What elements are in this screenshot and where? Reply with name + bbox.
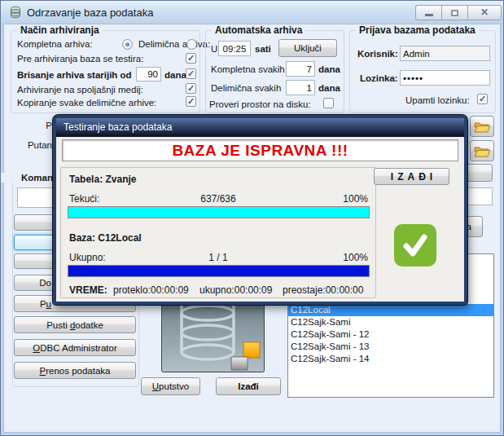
list-item-selected[interactable]: C12Local (288, 304, 493, 316)
button-prenos-podataka[interactable]: Prenos podataka (14, 362, 136, 379)
checkbox-external-media[interactable]: ✓ (186, 83, 196, 94)
radio-complete-archive[interactable] (122, 39, 133, 50)
button-do-label: Do (39, 278, 51, 288)
button-prenos-label: Prenos podataka (40, 366, 111, 376)
input-user[interactable] (400, 46, 490, 61)
progress-panel: Tabela: Zvanje Tekući: 637/636 100% Baza… (60, 167, 376, 298)
label-time-prefix: U (211, 44, 217, 54)
value-current: 637/636 (61, 193, 375, 205)
label-test-before-archive: Pre arhiviranja baza se testira: (17, 54, 143, 64)
check-icon: ✓ (187, 54, 195, 63)
list-item[interactable]: C12Sajk-Sami (288, 316, 493, 328)
checkbox-delete-older[interactable]: ✓ (186, 68, 196, 79)
modal-titlebar: Testiranje baza podataka (56, 118, 464, 137)
button-pusti-dodatke[interactable]: Pusti dodatke (14, 316, 136, 333)
label-user: Korisnik: (357, 49, 398, 59)
label-external-media: Arhiviranje na spoljašnji medij: (17, 85, 143, 95)
check-icon: ✓ (187, 84, 195, 93)
input-partial-days[interactable] (286, 80, 315, 95)
window-controls: ✕ (415, 5, 502, 20)
label-time: VREME: (69, 284, 107, 296)
label-partial-archive: Delimična arhiva: (138, 39, 210, 49)
modal-exit-label: IZAĐI (391, 171, 436, 183)
button-pusti-dodatke-label: Pusti dodatke (46, 320, 103, 330)
label-delete-older: Brisanje arhiva starijih od (17, 70, 132, 80)
database-icon (9, 6, 22, 19)
check-icon: ✓ (479, 95, 486, 103)
label-fragment-commands: Koman (1, 173, 53, 183)
label-complete-days-unit: dana (318, 64, 340, 74)
progress-total-bar (68, 265, 370, 277)
group-auto-archive-title: Automatska arhiva (212, 24, 305, 36)
checkbox-remember-password[interactable]: ✓ (477, 94, 488, 104)
radio-partial-archive[interactable] (186, 39, 197, 50)
minimize-icon (425, 14, 433, 16)
folder-open-icon (474, 121, 490, 133)
button-ukljuci[interactable]: Uključi (278, 39, 337, 57)
label-complete-archive: Kompletna arhiva: (17, 39, 93, 49)
label-table: Tabela: Zvanje (69, 174, 136, 185)
label-partial-days-unit: dana (318, 83, 340, 93)
check-icon: ✓ (187, 69, 195, 78)
label-copy-partial: Kopiranje svake delimične arhive: (17, 98, 156, 108)
label-database: Baza: C12Local (69, 232, 142, 244)
percent-total: 100% (343, 252, 368, 263)
button-izadi-label: Izađi (238, 381, 259, 391)
progress-current-fill (68, 207, 369, 218)
maximize-icon (451, 10, 458, 16)
percent-current: 100% (343, 193, 368, 205)
group-archive-mode-title: Način arhiviranja (17, 24, 103, 36)
label-check-disk: Proveri prostor na disku: (209, 99, 311, 109)
input-delete-days[interactable] (136, 67, 161, 81)
minimize-button[interactable] (415, 5, 441, 20)
button-pu-label: Pu (40, 299, 51, 309)
success-check-icon (394, 224, 436, 266)
input-auto-time[interactable] (218, 41, 251, 56)
value-total: 1 / 1 (61, 252, 375, 263)
progress-current-bar (68, 206, 370, 218)
button-uputstvo-label: Uputstvo (152, 381, 189, 391)
close-icon: ✕ (480, 7, 489, 19)
input-complete-days[interactable] (286, 61, 315, 77)
check-icon: ✓ (187, 97, 195, 106)
label-fragment-path-1: P (1, 121, 52, 130)
label-password: Lozinka: (360, 73, 398, 83)
result-banner: BAZA JE ISPRAVNA !!! (62, 139, 458, 161)
button-ukljuci-label: Uključi (294, 43, 322, 53)
value-time-elapsed: proteklo:00:00:09 (113, 284, 189, 296)
window-titlebar: Odrzavanje baza podataka ✕ (1, 1, 503, 24)
label-time-suffix: sati (255, 44, 271, 54)
input-password[interactable] (400, 70, 490, 86)
modal-content: BAZA JE ISPRAVNA !!! Tabela: Zvanje Teku… (56, 137, 464, 302)
button-izadi[interactable]: Izađi (216, 377, 281, 395)
folder-button-1[interactable] (470, 116, 494, 137)
button-uputstvo[interactable]: Uputstvo (141, 377, 200, 395)
label-fragment-path-2: Putan (1, 140, 52, 150)
modal-exit-button[interactable]: IZAĐI (374, 168, 449, 185)
checkbox-copy-partial[interactable]: ✓ (186, 96, 196, 107)
value-time-total: ukupno:00:00:09 (199, 284, 272, 296)
close-button[interactable]: ✕ (467, 5, 502, 20)
checkbox-test-before-archive[interactable]: ✓ (186, 53, 196, 64)
maximize-button[interactable] (441, 5, 467, 20)
list-item[interactable]: C12Sajk-Sami - 12 (288, 328, 493, 341)
window-title: Odrzavanje baza podataka (27, 7, 153, 19)
group-login-title: Prijava bazama podataka (356, 24, 479, 36)
progress-total-fill (68, 266, 369, 276)
folder-open-icon (474, 145, 490, 157)
checkbox-check-disk[interactable] (323, 98, 334, 108)
button-odbc-administrator[interactable]: ODBC Administrator (14, 339, 136, 356)
label-partial-every: Delimična svakih (211, 83, 281, 93)
value-time-remaining: preostaje:00:00:00 (283, 284, 363, 296)
label-complete-every: Kompletna svakih (211, 64, 285, 74)
app-window: Odrzavanje baza podataka ✕ Način arhivir… (0, 0, 504, 436)
list-item[interactable]: C12Sajk-Sami - 14 (288, 353, 493, 365)
commands-textarea-sliver[interactable] (17, 187, 54, 208)
label-remember-password: Upamti lozinku: (405, 95, 470, 105)
list-item[interactable]: C12Sajk-Sami - 13 (288, 341, 493, 353)
button-odbc-label: ODBC Administrator (33, 343, 117, 353)
modal-dialog-testiranje: Testiranje baza podataka BAZA JE ISPRAVN… (53, 115, 467, 305)
result-banner-text: BAZA JE ISPRAVNA !!! (172, 142, 348, 160)
folder-button-2[interactable] (470, 140, 494, 161)
modal-title: Testiranje baza podataka (64, 121, 172, 133)
